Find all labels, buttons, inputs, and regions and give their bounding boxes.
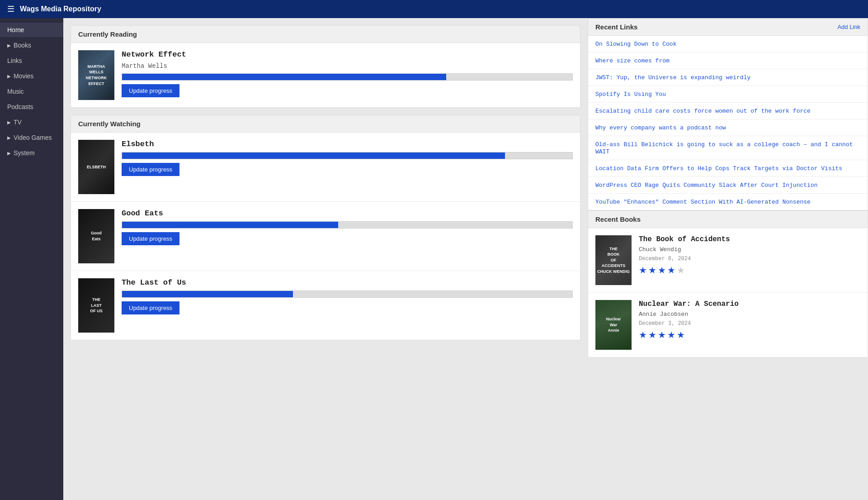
update-progress-button[interactable]: Update progress xyxy=(122,84,179,97)
link-link4[interactable]: Spotify Is Using You xyxy=(595,91,666,98)
media-info: Network EffectMartha WellsUpdate progres… xyxy=(122,50,573,100)
sidebar-item-books[interactable]: ▶Books xyxy=(0,38,63,52)
currently-reading-section: Currently Reading MARTHA WELLS NETWORK E… xyxy=(71,25,580,108)
link-item: On Slowing Down to Cook xyxy=(588,36,868,52)
progress-bar-container xyxy=(122,221,573,229)
link-link10[interactable]: YouTube "Enhances" Comment Section With … xyxy=(595,199,811,205)
watching-item-elsbeth: ELSBETHElsbethUpdate progress xyxy=(71,133,580,202)
link-link1[interactable]: On Slowing Down to Cook xyxy=(595,41,676,48)
star-filled-icon: ★ xyxy=(639,329,647,340)
book-item-book-nuclear-war: Nuclear War AnnieNuclear War: A Scenario… xyxy=(588,293,868,357)
sidebar-item-label: TV xyxy=(14,119,22,126)
progress-bar-container xyxy=(122,152,573,159)
recent-links-header: Recent Links Add Link xyxy=(588,19,868,36)
media-info: The Last of UsUpdate progress xyxy=(122,278,573,333)
sidebar-item-links[interactable]: Links xyxy=(0,53,63,68)
recent-books-header: Recent Books xyxy=(588,211,868,228)
reading-item-network-effect: MARTHA WELLS NETWORK EFFECTNetwork Effec… xyxy=(71,43,580,107)
media-author: Martha Wells xyxy=(122,62,573,70)
link-item: JWST: Yup, the Universe is expanding wei… xyxy=(588,69,868,86)
link-item: Location Data Firm Offers to Help Cops T… xyxy=(588,160,868,177)
media-info: Good EatsUpdate progress xyxy=(122,209,573,263)
star-filled-icon: ★ xyxy=(658,329,666,340)
chevron-right-icon: ▶ xyxy=(7,43,11,48)
link-item: Old-ass Bill Belichick is going to suck … xyxy=(588,136,868,160)
sidebar-item-label: Home xyxy=(7,26,24,33)
chevron-right-icon: ▶ xyxy=(7,120,11,125)
link-link8[interactable]: Location Data Firm Offers to Help Cops T… xyxy=(595,165,842,172)
sidebar-item-label: Books xyxy=(14,42,31,49)
sidebar-item-label: Video Games xyxy=(14,134,52,141)
link-link9[interactable]: WordPress CEO Rage Quits Community Slack… xyxy=(595,182,817,189)
star-filled-icon: ★ xyxy=(648,329,656,340)
link-link3[interactable]: JWST: Yup, the Universe is expanding wei… xyxy=(595,74,750,81)
elsbeth-cover: ELSBETH xyxy=(78,140,114,194)
watching-item-last-of-us: THE LAST OF USThe Last of UsUpdate progr… xyxy=(71,271,580,340)
sidebar: Home▶BooksLinks▶MoviesMusicPodcasts▶TV▶V… xyxy=(0,18,63,500)
link-item: Spotify Is Using You xyxy=(588,86,868,103)
book-info: Nuclear War: A ScenarioAnnie JacobsenDec… xyxy=(639,300,860,350)
book-item-book-accidents: THE BOOK OF ACCIDENTS CHUCK WENDIGThe Bo… xyxy=(588,228,868,293)
topbar: ☰ Wags Media Repository xyxy=(0,0,868,18)
star-filled-icon: ★ xyxy=(658,265,666,276)
progress-bar-fill xyxy=(122,152,505,159)
progress-bar-fill xyxy=(122,222,338,228)
link-item: WordPress CEO Rage Quits Community Slack… xyxy=(588,177,868,194)
star-filled-icon: ★ xyxy=(677,329,685,340)
add-link-button[interactable]: Add Link xyxy=(837,24,860,30)
star-filled-icon: ★ xyxy=(639,265,647,276)
book-author: Annie Jacobsen xyxy=(639,311,860,318)
media-title: The Last of Us xyxy=(122,278,573,287)
sidebar-item-system[interactable]: ▶System xyxy=(0,146,63,160)
currently-reading-header: Currently Reading xyxy=(71,26,580,43)
last-of-us-cover: THE LAST OF US xyxy=(78,278,114,333)
book-author: Chuck Wendig xyxy=(639,246,860,253)
book-rating: ★★★★★ xyxy=(639,265,860,276)
sidebar-item-tv[interactable]: ▶TV xyxy=(0,115,63,129)
book-accidents-cover: THE BOOK OF ACCIDENTS CHUCK WENDIG xyxy=(595,235,632,285)
main-layout: Home▶BooksLinks▶MoviesMusicPodcasts▶TV▶V… xyxy=(0,18,868,500)
media-title: Elsbeth xyxy=(122,140,573,148)
sidebar-item-movies[interactable]: ▶Movies xyxy=(0,69,63,83)
recent-links-title: Recent Links xyxy=(595,23,637,31)
book-date: December 3, 2024 xyxy=(639,320,860,327)
book-info: The Book of AccidentsChuck WendigDecembe… xyxy=(639,235,860,285)
good-eats-cover: Good Eats xyxy=(78,209,114,263)
sidebar-item-home[interactable]: Home xyxy=(0,23,63,37)
link-link6[interactable]: Why every company wants a podcast now xyxy=(595,124,726,131)
sidebar-item-music[interactable]: Music xyxy=(0,84,63,99)
star-empty-icon: ★ xyxy=(677,265,685,276)
sidebar-item-label: System xyxy=(14,149,35,157)
link-link2[interactable]: Where size comes from xyxy=(595,57,670,64)
sidebar-item-label: Podcasts xyxy=(7,103,33,110)
sidebar-item-videogames[interactable]: ▶Video Games xyxy=(0,130,63,145)
link-link5[interactable]: Escalating child care costs force women … xyxy=(595,108,811,114)
currently-watching-section: Currently Watching ELSBETHElsbethUpdate … xyxy=(71,115,580,340)
update-progress-button[interactable]: Update progress xyxy=(122,301,179,314)
sidebar-item-label: Movies xyxy=(14,72,33,80)
link-item: YouTube "Enhances" Comment Section With … xyxy=(588,194,868,210)
book-title: The Book of Accidents xyxy=(639,235,860,243)
link-item: Where size comes from xyxy=(588,52,868,69)
currently-watching-header: Currently Watching xyxy=(71,115,580,133)
link-link7[interactable]: Old-ass Bill Belichick is going to suck … xyxy=(595,141,853,155)
star-filled-icon: ★ xyxy=(667,265,675,276)
book-date: December 8, 2024 xyxy=(639,256,860,262)
content-area: Currently Reading MARTHA WELLS NETWORK E… xyxy=(63,18,868,500)
recent-books-section: Recent Books THE BOOK OF ACCIDENTS CHUCK… xyxy=(588,210,868,358)
menu-icon[interactable]: ☰ xyxy=(7,4,14,14)
sidebar-item-label: Music xyxy=(7,88,24,95)
sidebar-item-podcasts[interactable]: Podcasts xyxy=(0,100,63,114)
star-filled-icon: ★ xyxy=(648,265,656,276)
recent-links-section: Recent Links Add Link On Slowing Down to… xyxy=(588,18,868,210)
chevron-right-icon: ▶ xyxy=(7,135,11,140)
update-progress-button[interactable]: Update progress xyxy=(122,163,179,176)
link-item: Why every company wants a podcast now xyxy=(588,119,868,136)
link-item: Escalating child care costs force women … xyxy=(588,103,868,119)
right-panel: Recent Links Add Link On Slowing Down to… xyxy=(588,18,868,500)
book-nuclear-war-cover: Nuclear War Annie xyxy=(595,300,632,350)
update-progress-button[interactable]: Update progress xyxy=(122,232,179,245)
watching-item-good-eats: Good EatsGood EatsUpdate progress xyxy=(71,202,580,271)
media-info: ElsbethUpdate progress xyxy=(122,140,573,194)
media-title: Network Effect xyxy=(122,50,573,59)
